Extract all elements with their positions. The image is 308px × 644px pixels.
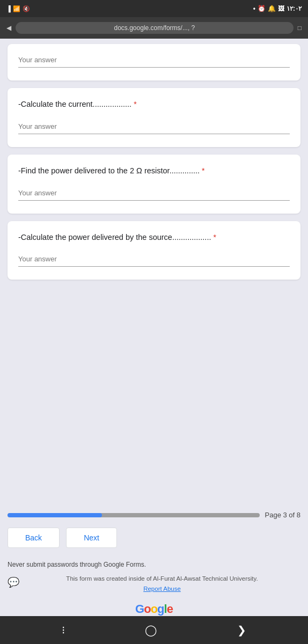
google-o2: o [151,602,157,616]
question-label-2: -Find the power delivered to the 2 Ω res… [18,165,290,177]
footer: Never submit passwords through Google Fo… [0,557,308,600]
answer-wrapper-2 [18,188,290,201]
answer-wrapper-0 [18,55,290,68]
progress-label: Page 3 of 8 [265,511,301,519]
nav-buttons: Back Next [0,523,308,557]
required-star-1: * [134,100,136,108]
answer-input-0[interactable] [18,55,290,65]
signal-icon: ▐ [6,5,11,12]
question-text-3: -Calculate the power delivered by the so… [18,233,213,241]
tab-icon[interactable]: □ [298,24,302,32]
google-g: G [135,602,144,616]
question-card-2: -Find the power delivered to the 2 Ω res… [8,155,300,214]
back-button[interactable]: Back [8,528,60,548]
question-card-0 [8,44,300,80]
progress-bar-container [8,513,260,517]
footer-warning: Never submit passwords through Google Fo… [8,561,300,568]
clock-icon: ⏰ [258,5,266,12]
status-left-icons: ▐ 📶 🔇 [6,5,30,12]
question-text-1: -Calculate the current.................. [18,100,134,108]
required-star-2: * [202,166,204,175]
required-star-3: * [213,233,216,241]
forward-nav-icon[interactable]: ❯ [237,624,246,636]
google-e: e [167,602,173,616]
credit-text: This form was created inside of Al-Furat… [66,575,258,582]
answer-wrapper-1 [18,121,290,134]
next-button[interactable]: Next [66,528,117,548]
google-logo: Google [135,602,173,616]
question-label-3: -Calculate the power delivered by the so… [18,232,290,244]
home-nav-icon[interactable]: ◯ [145,624,157,636]
progress-bar-fill [8,513,102,517]
menu-nav-icon[interactable]: ⁝ [62,624,65,636]
url-text: docs.google.com/forms/..., ? [114,24,195,32]
dot-indicator: • [253,5,255,12]
answer-input-2[interactable] [18,188,290,198]
alarm-icon: 🔔 [268,5,276,12]
report-abuse-link[interactable]: Report Abuse [143,586,181,592]
back-arrow[interactable]: ◀ [6,24,11,32]
question-card-1: -Calculate the current..................… [8,88,300,147]
report-icon: 💬 [8,575,19,590]
status-right: • ⏰ 🔔 🖼 ۱۲:۰۲ [253,5,302,12]
question-text-2: -Find the power delivered to the 2 Ω res… [18,166,202,175]
status-bar: ▐ 📶 🔇 • ⏰ 🔔 🖼 ۱۲:۰۲ [0,0,308,17]
google-o1: o [144,602,150,616]
url-bar[interactable]: docs.google.com/forms/..., ? [16,22,294,34]
time-display: ۱۲:۰۲ [287,5,302,12]
answer-wrapper-3 [18,254,290,267]
bottom-nav-bar: ⁝ ◯ ❯ [0,616,308,644]
question-label-1: -Calculate the current..................… [18,99,290,111]
footer-credit: 💬 This form was created inside of Al-Fur… [8,574,300,594]
google-g2: g [157,602,164,616]
answer-input-3[interactable] [18,254,290,264]
sound-off-icon: 🔇 [23,5,30,12]
progress-area: Page 3 of 8 [0,504,308,523]
question-card-3: -Calculate the power delivered by the so… [8,221,300,280]
footer-text: This form was created inside of Al-Furat… [24,574,300,594]
screenshot-icon: 🖼 [278,5,284,12]
answer-input-1[interactable] [18,121,290,131]
wifi-icon: 📶 [13,5,20,12]
address-bar: ◀ docs.google.com/forms/..., ? □ [0,17,308,39]
main-content: -Calculate the current..................… [0,39,308,504]
google-logo-area: Google [0,600,308,616]
